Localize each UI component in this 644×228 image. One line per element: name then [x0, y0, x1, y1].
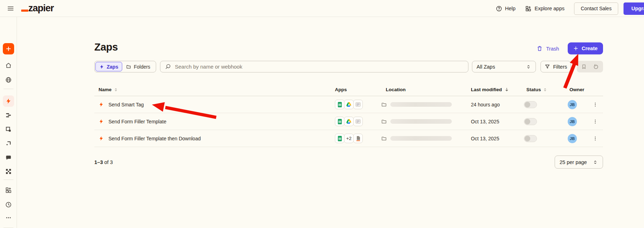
location-redacted-bar — [390, 102, 452, 107]
google-drive-icon[interactable] — [344, 117, 354, 126]
docs-app-icon[interactable] — [353, 134, 363, 143]
hamburger-menu-icon[interactable] — [5, 3, 16, 14]
google-sheets-icon[interactable] — [335, 100, 344, 109]
sidebar-item-interfaces[interactable] — [3, 124, 14, 135]
column-header-name[interactable]: Name — [94, 87, 335, 92]
refresh-icon — [593, 64, 599, 70]
refresh-button[interactable] — [591, 61, 601, 72]
app-grid-plus-icon — [525, 5, 532, 12]
sidebar-divider — [4, 180, 13, 180]
form-app-icon[interactable] — [353, 100, 363, 109]
explore-apps-label: Explore apps — [534, 6, 565, 11]
logo-text: zapier — [28, 4, 54, 13]
zap-scope-select[interactable]: All Zaps — [472, 61, 536, 72]
sidebar-divider — [4, 89, 13, 89]
upgrade-button[interactable]: Upgrade — [624, 2, 644, 15]
sidebar-item-discover[interactable] — [3, 74, 14, 86]
column-header-last-modified[interactable]: Last modified — [471, 87, 524, 92]
plus-icon — [573, 46, 579, 51]
search-icon — [165, 63, 171, 70]
sidebar-create-button[interactable] — [3, 43, 14, 54]
sidebar-item-zaps[interactable] — [3, 95, 14, 107]
owner-avatar: JB — [568, 134, 577, 143]
create-button[interactable]: Create — [568, 42, 603, 54]
home-icon — [5, 62, 12, 69]
sidebar-item-chatbots[interactable] — [3, 152, 14, 163]
tab-zaps-label: Zaps — [107, 64, 118, 70]
kebab-menu-icon — [592, 102, 598, 107]
location-redacted-bar — [390, 136, 452, 141]
canvas-icon — [5, 140, 12, 147]
sidebar-item-tables[interactable] — [3, 110, 14, 121]
folder-icon — [381, 118, 387, 125]
zaps-folders-segmented-control: Zaps Folders — [94, 61, 156, 72]
contact-sales-button[interactable]: Contact Sales — [574, 2, 618, 15]
trash-button[interactable]: Trash — [536, 43, 559, 54]
sidebar-item-home[interactable] — [3, 60, 14, 71]
row-menu-button[interactable] — [590, 134, 600, 144]
owner-avatar: JB — [568, 117, 577, 126]
location-cell — [381, 135, 471, 142]
globe-icon — [5, 76, 12, 83]
status-toggle[interactable] — [524, 101, 537, 108]
column-header-status[interactable]: Status — [524, 87, 565, 92]
zapier-logo[interactable]: zapier — [21, 4, 54, 13]
toggle-knob — [525, 136, 530, 141]
pagination-range: 1–3 of 3 — [94, 159, 113, 165]
row-menu-button[interactable] — [590, 117, 600, 127]
help-link[interactable]: Help — [496, 5, 516, 12]
owner-cell: JB — [565, 100, 590, 109]
sidebar-item-app-directory[interactable] — [3, 185, 14, 196]
sidebar-item-history[interactable] — [3, 199, 14, 210]
tab-folders-label: Folders — [134, 64, 150, 70]
sidebar-item-agents[interactable] — [3, 166, 14, 177]
google-sheets-icon[interactable] — [335, 134, 344, 143]
google-drive-icon[interactable] — [344, 100, 354, 109]
zap-name-link[interactable]: Send Smart Tag — [94, 102, 335, 107]
zap-name-link[interactable]: Send Form Filler Template then Download — [94, 136, 335, 141]
sidebar-item-canvas[interactable] — [3, 138, 14, 149]
apps-cell — [335, 100, 381, 109]
tab-zaps[interactable]: Zaps — [95, 62, 122, 71]
zap-bolt-icon — [99, 102, 104, 107]
kebab-menu-icon — [592, 119, 598, 124]
per-page-select[interactable]: 25 per page — [555, 156, 603, 169]
folder-icon — [381, 135, 387, 142]
zap-row: Send Form Filler Template Oct 13, 2025 J… — [94, 113, 603, 130]
app-grid-plus-icon — [5, 187, 12, 194]
help-icon — [496, 5, 502, 12]
form-app-icon[interactable] — [353, 117, 363, 126]
top-nav-right: Help Explore apps Contact Sales Upgrade — [496, 0, 644, 17]
apps-overflow-chip[interactable]: +2 — [344, 134, 354, 143]
trash-icon — [536, 45, 543, 52]
pagination-range-numbers: 1–3 — [94, 159, 103, 165]
zap-bolt-icon — [99, 136, 104, 141]
toggle-knob — [525, 119, 530, 124]
trash-label: Trash — [546, 46, 559, 52]
explore-apps-link[interactable]: Explore apps — [525, 5, 565, 12]
owner-avatar: JB — [568, 100, 577, 109]
owner-cell: JB — [565, 117, 590, 126]
filters-button[interactable]: Filters — [540, 61, 571, 72]
pagination-range-total: of 3 — [104, 159, 113, 165]
sidebar — [0, 17, 17, 228]
status-toggle[interactable] — [524, 135, 537, 142]
zap-bolt-icon — [99, 119, 104, 124]
status-toggle[interactable] — [524, 118, 537, 125]
zap-scope-value: All Zaps — [477, 64, 495, 70]
apps-cell — [335, 117, 381, 126]
bookmark-button[interactable] — [579, 61, 589, 72]
google-sheets-icon[interactable] — [335, 117, 344, 126]
status-cell — [524, 135, 565, 142]
tab-folders[interactable]: Folders — [122, 62, 154, 71]
last-modified-cell: 24 hours ago — [471, 102, 524, 107]
agents-icon — [5, 168, 12, 175]
table-header-row: Name Apps Location Last modified Status … — [94, 83, 603, 96]
create-label: Create — [581, 46, 597, 51]
location-cell — [381, 118, 471, 125]
search-input[interactable] — [175, 64, 464, 70]
sidebar-item-more[interactable] — [3, 212, 14, 223]
row-menu-button[interactable] — [590, 100, 600, 110]
page-title: Zaps — [94, 41, 118, 53]
zap-name-link[interactable]: Send Form Filler Template — [94, 119, 335, 124]
